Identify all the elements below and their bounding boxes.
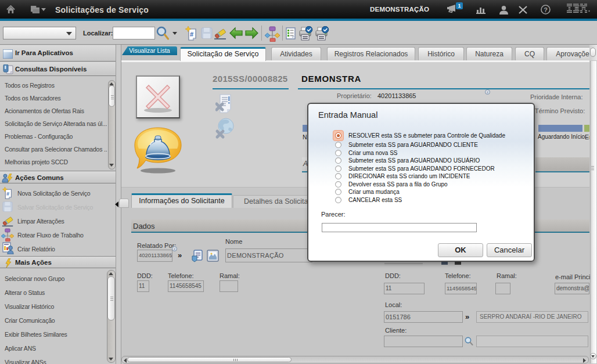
svg-text:#: #: [190, 31, 193, 38]
svg-text:#: #: [6, 191, 9, 197]
svg-text:?: ?: [544, 6, 548, 13]
